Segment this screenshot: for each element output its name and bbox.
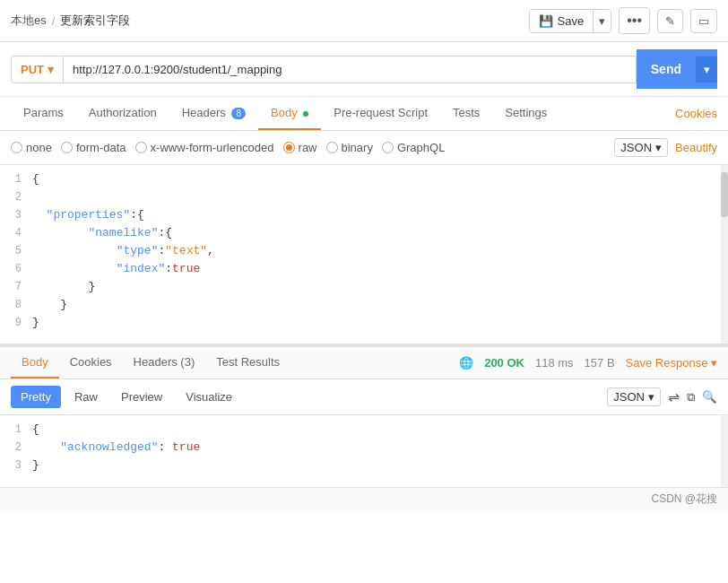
- resp-json-label: JSON: [613, 390, 645, 404]
- send-button-group: Send ▾: [637, 49, 717, 89]
- tab-authorization[interactable]: Authorization: [76, 97, 169, 130]
- copy-response-button[interactable]: ⧉: [687, 390, 695, 405]
- json-label: JSON: [620, 141, 652, 154]
- method-arrow: ▾: [48, 63, 54, 76]
- breadcrumb: 本地es / 更新索引字段: [11, 13, 130, 29]
- url-bar: PUT ▾ Send ▾: [0, 42, 728, 97]
- radio-form-data: [61, 142, 73, 153]
- resp-subtab-raw[interactable]: Raw: [65, 386, 108, 408]
- radio-binary: [326, 142, 338, 153]
- comment-icon: ▭: [698, 14, 709, 28]
- resp-json-select[interactable]: JSON ▾: [607, 387, 661, 406]
- comment-button[interactable]: ▭: [690, 9, 717, 33]
- top-bar: 本地es / 更新索引字段 💾 Save ▾ ••• ✎ ▭: [0, 0, 728, 42]
- breadcrumb-home[interactable]: 本地es: [11, 13, 47, 29]
- response-sub-tabs: Pretty Raw Preview Visualize JSON ▾ ⇌ ⧉ …: [0, 379, 728, 415]
- response-status: 🌐 200 OK 118 ms 157 B Save Response ▾: [459, 356, 717, 370]
- code-line-9: 9 }: [0, 316, 728, 334]
- tabs-right: Cookies: [675, 107, 717, 120]
- footer-credit: CSDN @花搜: [651, 492, 717, 507]
- breadcrumb-separator: /: [52, 14, 56, 28]
- beautify-button[interactable]: Beautify: [675, 141, 717, 154]
- globe-icon: 🌐: [459, 356, 473, 370]
- option-raw[interactable]: raw: [283, 141, 317, 154]
- response-time: 118 ms: [535, 356, 574, 370]
- edit-button[interactable]: ✎: [657, 9, 683, 33]
- save-button-group: 💾 Save ▾: [529, 9, 612, 33]
- response-code: 1 { 2 "acknowledged": true 3 }: [0, 415, 728, 487]
- option-form-data[interactable]: form-data: [61, 141, 126, 154]
- breadcrumb-current: 更新索引字段: [60, 13, 130, 29]
- option-graphql[interactable]: GraphQL: [382, 141, 445, 154]
- save-response-button[interactable]: Save Response ▾: [626, 356, 717, 370]
- tab-pre-request[interactable]: Pre-request Script: [321, 97, 440, 130]
- resp-line-1: 1 {: [0, 422, 728, 440]
- resp-subtab-pretty[interactable]: Pretty: [11, 386, 61, 408]
- code-line-7: 7 }: [0, 280, 728, 298]
- resp-tab-test-results[interactable]: Test Results: [205, 347, 290, 379]
- method-select[interactable]: PUT ▾: [11, 56, 64, 83]
- resp-tab-body[interactable]: Body: [11, 347, 59, 379]
- code-line-4: 4 "namelike":{: [0, 226, 728, 244]
- radio-urlencoded: [135, 142, 147, 153]
- wrap-button[interactable]: ⇌: [668, 388, 680, 405]
- json-format-select[interactable]: JSON ▾: [614, 138, 668, 157]
- radio-none: [11, 142, 22, 153]
- resp-scrollbar[interactable]: [721, 415, 728, 487]
- tab-settings[interactable]: Settings: [492, 97, 559, 130]
- send-dropdown-button[interactable]: ▾: [696, 57, 717, 83]
- status-code: 200 OK: [484, 356, 524, 370]
- response-format: JSON ▾ ⇌ ⧉ 🔍: [607, 387, 717, 406]
- response-section: Body Cookies Headers (3) Test Results 🌐 …: [0, 344, 728, 487]
- save-dropdown-button[interactable]: ▾: [593, 10, 611, 32]
- code-editor[interactable]: 1 { 2 3 "properties":{ 4 "namelike":{ 5 …: [0, 165, 728, 344]
- save-icon: 💾: [539, 14, 553, 28]
- tab-tests[interactable]: Tests: [440, 97, 492, 130]
- response-tabs: Body Cookies Headers (3) Test Results 🌐 …: [0, 344, 728, 379]
- code-line-1: 1 {: [0, 172, 728, 190]
- body-options: none form-data x-www-form-urlencoded raw…: [0, 131, 728, 165]
- code-line-5: 5 "type":"text",: [0, 244, 728, 262]
- search-response-button[interactable]: 🔍: [702, 390, 717, 404]
- editor-scrollbar[interactable]: [721, 165, 728, 344]
- code-line-2: 2: [0, 190, 728, 208]
- body-format-options: JSON ▾ Beautify: [614, 138, 717, 157]
- code-line-6: 6 "index":true: [0, 262, 728, 280]
- url-input[interactable]: [64, 56, 637, 83]
- option-urlencoded[interactable]: x-www-form-urlencoded: [135, 141, 274, 154]
- headers-badge: 8: [231, 108, 246, 119]
- resp-tab-cookies[interactable]: Cookies: [59, 347, 123, 379]
- body-dot: [303, 111, 308, 117]
- json-arrow: ▾: [655, 141, 662, 154]
- resp-json-arrow: ▾: [648, 390, 654, 404]
- send-button[interactable]: Send: [637, 56, 696, 83]
- request-tabs: Params Authorization Headers 8 Body Pre-…: [0, 97, 728, 131]
- tab-params[interactable]: Params: [11, 97, 76, 130]
- save-label: Save: [558, 14, 585, 28]
- resp-line-3: 3 }: [0, 458, 728, 476]
- more-button[interactable]: •••: [619, 7, 650, 34]
- resp-tab-headers[interactable]: Headers (3): [123, 347, 206, 379]
- editor-scrollbar-thumb[interactable]: [721, 172, 728, 217]
- resp-subtab-visualize[interactable]: Visualize: [176, 386, 242, 408]
- radio-raw: [283, 142, 295, 153]
- response-size: 157 B: [585, 356, 615, 370]
- option-none[interactable]: none: [11, 141, 52, 154]
- code-line-3: 3 "properties":{: [0, 208, 728, 226]
- save-button[interactable]: 💾 Save: [530, 10, 594, 32]
- resp-line-2: 2 "acknowledged": true: [0, 440, 728, 458]
- footer: CSDN @花搜: [0, 487, 728, 510]
- method-label: PUT: [21, 63, 44, 76]
- top-bar-actions: 💾 Save ▾ ••• ✎ ▭: [529, 7, 717, 34]
- tab-body[interactable]: Body: [258, 97, 321, 130]
- radio-graphql: [382, 142, 394, 153]
- edit-icon: ✎: [665, 14, 675, 28]
- code-line-8: 8 }: [0, 298, 728, 316]
- option-binary[interactable]: binary: [326, 141, 373, 154]
- tab-headers[interactable]: Headers 8: [169, 97, 258, 130]
- cookies-link[interactable]: Cookies: [675, 107, 717, 120]
- resp-subtab-preview[interactable]: Preview: [111, 386, 172, 408]
